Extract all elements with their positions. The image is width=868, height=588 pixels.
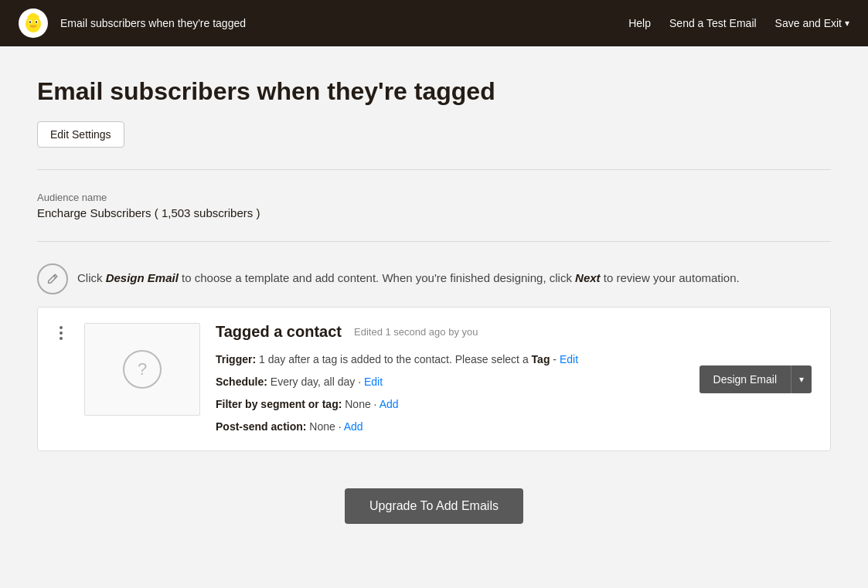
dot-1 [60, 326, 63, 329]
audience-label: Audience name [37, 192, 831, 203]
navbar: Email subscribers when they're tagged He… [0, 0, 868, 46]
mailchimp-logo [19, 8, 48, 38]
dot-2 [60, 331, 63, 335]
svg-point-4 [36, 21, 37, 22]
chevron-down-icon: ▾ [845, 18, 849, 29]
email-card: ? Tagged a contact Edited 1 second ago b… [37, 307, 831, 451]
card-title: Tagged a contact [216, 323, 342, 341]
divider-2 [37, 241, 831, 242]
help-link[interactable]: Help [628, 17, 651, 29]
pencil-icon [37, 263, 68, 294]
dot-3 [60, 337, 63, 340]
filter-add-link[interactable]: Add [380, 398, 399, 410]
svg-point-5 [29, 13, 38, 21]
navbar-campaign-title: Email subscribers when they're tagged [60, 17, 246, 29]
edit-settings-button[interactable]: Edit Settings [37, 121, 124, 148]
svg-point-6 [31, 25, 36, 28]
svg-point-3 [29, 21, 31, 22]
divider-1 [37, 169, 831, 170]
post-send-add-link[interactable]: Add [344, 420, 363, 433]
main-content: Email subscribers when they're tagged Ed… [0, 46, 868, 555]
design-email-dropdown-button[interactable]: ▾ [791, 365, 812, 393]
question-icon: ? [123, 350, 162, 389]
upgrade-button[interactable]: Upgrade To Add Emails [345, 488, 523, 524]
send-test-email-link[interactable]: Send a Test Email [669, 17, 757, 29]
instruction-text: Click Design Email to choose a template … [77, 263, 740, 287]
filter-field: Filter by segment or tag: None · Add [216, 396, 812, 413]
card-fields: Trigger: 1 day after a tag is added to t… [216, 352, 812, 435]
design-email-group: Design Email ▾ [700, 365, 812, 393]
post-send-field: Post-send action: None · Add [216, 419, 812, 435]
design-email-button[interactable]: Design Email [700, 365, 791, 393]
save-exit-button[interactable]: Save and Exit ▾ [775, 17, 849, 29]
card-edited: Edited 1 second ago by you [354, 326, 478, 338]
card-header: Tagged a contact Edited 1 second ago by … [216, 323, 812, 341]
card-menu-button[interactable] [56, 323, 66, 343]
navbar-left: Email subscribers when they're tagged [19, 8, 246, 38]
schedule-edit-link[interactable]: Edit [364, 376, 383, 388]
page-title: Email subscribers when they're tagged [37, 77, 831, 106]
navbar-right: Help Send a Test Email Save and Exit ▾ [628, 17, 849, 29]
chevron-down-icon: ▾ [799, 374, 804, 385]
audience-section: Audience name Encharge Subscribers ( 1,5… [37, 192, 831, 219]
upgrade-section: Upgrade To Add Emails [37, 488, 831, 524]
instruction-bar: Click Design Email to choose a template … [37, 263, 831, 294]
trigger-edit-link[interactable]: Edit [560, 353, 578, 365]
email-thumbnail: ? [84, 323, 200, 416]
audience-value: Encharge Subscribers ( 1,503 subscribers… [37, 206, 831, 219]
